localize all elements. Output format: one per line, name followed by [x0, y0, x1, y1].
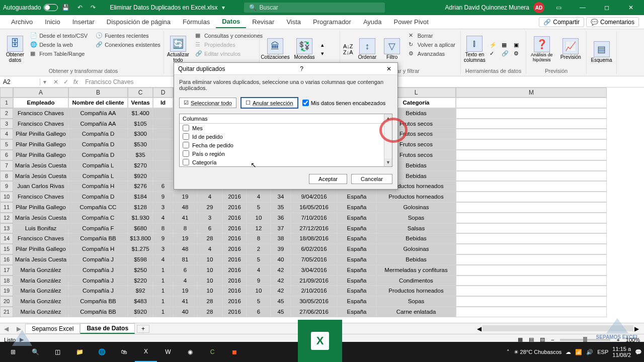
- app-icon[interactable]: ◉: [179, 342, 201, 362]
- column-item[interactable]: País o región: [180, 149, 392, 158]
- whatif-button[interactable]: ❓Análisis de hipótesis: [529, 31, 554, 67]
- show-hidden-icon[interactable]: ˄: [507, 349, 510, 355]
- sheet-nav-prev-icon[interactable]: ◀: [0, 325, 13, 332]
- select-all-corner[interactable]: [0, 87, 13, 98]
- col-header[interactable]: C: [128, 87, 153, 98]
- from-web-button[interactable]: 🌐Desde la web: [28, 40, 90, 49]
- notifications-icon[interactable]: 💬: [635, 349, 642, 355]
- clock-time[interactable]: 11:15 a: [612, 346, 631, 352]
- hscroll-left-icon[interactable]: ◀: [477, 325, 481, 332]
- accept-formula-icon[interactable]: ✓: [63, 78, 68, 85]
- volume-icon[interactable]: 🔊: [586, 349, 593, 355]
- tab-insertar[interactable]: Insertar: [66, 16, 101, 28]
- search-box[interactable]: 🔍 Buscar: [244, 3, 385, 13]
- minimize-icon[interactable]: —: [573, 2, 593, 13]
- column-item[interactable]: Id de pedido: [180, 132, 392, 141]
- col-header[interactable]: B: [68, 87, 128, 98]
- undo-icon[interactable]: ↶: [77, 4, 83, 11]
- weather-widget[interactable]: ☀ 28°C Chubascos: [514, 349, 562, 355]
- fx-icon[interactable]: fx: [73, 78, 78, 85]
- col-header[interactable]: M: [456, 87, 607, 98]
- help-icon[interactable]: ?: [300, 65, 303, 72]
- app2-icon[interactable]: ◼: [223, 342, 246, 362]
- sort-az-icon[interactable]: A↓Z: [343, 43, 353, 49]
- advanced-button[interactable]: ⚙Avanzadas: [407, 49, 457, 58]
- comments-button[interactable]: 💬 Comentarios: [586, 17, 639, 27]
- cancel-formula-icon[interactable]: ✕: [53, 78, 58, 85]
- tab-powerpivot[interactable]: Power Pivot: [388, 16, 435, 28]
- relations-icon[interactable]: 🔗: [502, 50, 512, 57]
- accept-button[interactable]: Aceptar: [309, 174, 347, 184]
- filter-button[interactable]: ▽Filtro: [382, 31, 403, 67]
- refresh-all-button[interactable]: 🔄 Actualizar todo: [167, 31, 189, 67]
- wifi-icon[interactable]: 📶: [575, 349, 582, 355]
- queries-button[interactable]: ▦Consultas y conexiones: [193, 31, 265, 40]
- toggle-switch[interactable]: [44, 4, 58, 11]
- column-item[interactable]: Categoría: [180, 158, 392, 166]
- camtasia-icon[interactable]: C: [201, 342, 223, 362]
- scroll-down-icon[interactable]: ▼: [384, 158, 392, 166]
- col-header[interactable]: D: [153, 87, 173, 98]
- lang-indicator[interactable]: ESP: [597, 349, 608, 355]
- onedrive-icon[interactable]: ☁: [566, 349, 571, 355]
- validation-icon[interactable]: ✓: [490, 50, 500, 57]
- avatar[interactable]: AD: [533, 2, 544, 13]
- dropdown-icon[interactable]: ▾: [222, 4, 225, 11]
- remove-dup-icon[interactable]: ▦: [502, 42, 512, 48]
- clear-button[interactable]: ✕Borrar: [407, 31, 457, 40]
- explorer-icon[interactable]: 📁: [68, 342, 91, 362]
- text-to-columns-button[interactable]: ⫿Texto en columnas: [464, 31, 486, 67]
- maximize-icon[interactable]: ◻: [597, 2, 617, 13]
- excel-taskbar-icon[interactable]: X: [135, 342, 157, 362]
- properties-button[interactable]: ☰Propiedades: [193, 40, 265, 49]
- sort-button[interactable]: ↕Ordenar: [357, 31, 378, 67]
- tab-revisar[interactable]: Revisar: [246, 16, 280, 28]
- name-box[interactable]: A2: [0, 78, 40, 85]
- down-icon[interactable]: ▾: [321, 50, 324, 57]
- forecast-button[interactable]: 📈Previsión: [558, 31, 584, 67]
- autosave-toggle[interactable]: Autoguardado: [3, 4, 58, 11]
- save-icon[interactable]: 💾: [62, 4, 69, 11]
- currency-button[interactable]: 💱Monedas: [292, 31, 317, 67]
- tab-ayuda[interactable]: Ayuda: [357, 16, 388, 28]
- ribbon-mode-icon[interactable]: ▭: [548, 2, 569, 13]
- sort-za-icon[interactable]: Z↓A: [343, 49, 353, 55]
- unselect-all-button[interactable]: ☐Anular selección: [240, 97, 298, 109]
- from-csv-button[interactable]: 📄Desde el texto/CSV: [28, 31, 90, 40]
- consolidate-icon[interactable]: ▣: [514, 42, 524, 48]
- dialog-close-icon[interactable]: ✕: [384, 65, 393, 72]
- from-table-button[interactable]: ▦From Table/Range: [28, 49, 90, 58]
- sheet-tab-active[interactable]: Base de Datos: [80, 323, 135, 334]
- tab-archivo[interactable]: Archivo: [5, 16, 39, 28]
- tab-disposicion[interactable]: Disposición de página: [101, 16, 177, 28]
- has-headers-checkbox[interactable]: Mis datos tienen encabezados: [302, 100, 386, 106]
- existing-connections-button[interactable]: 🔗Conexiones existentes: [94, 40, 163, 49]
- clock-date[interactable]: 11/08/2: [612, 352, 631, 358]
- sheet-tab[interactable]: Sepamos Excel: [25, 324, 80, 334]
- tab-datos[interactable]: Datos: [216, 16, 246, 28]
- manage-icon[interactable]: ⚙: [514, 50, 524, 57]
- recent-sources-button[interactable]: 🕓Fuentes recientes: [94, 31, 163, 40]
- dialog-scrollbar[interactable]: ▲ ▼: [384, 114, 392, 166]
- username[interactable]: Adrian David Quinonez Munera: [445, 4, 529, 11]
- tab-vista[interactable]: Vista: [280, 16, 307, 28]
- col-header[interactable]: A: [13, 87, 68, 98]
- share-button[interactable]: 🔗 Compartir: [539, 17, 584, 27]
- reapply-button[interactable]: ↻Volver a aplicar: [407, 40, 457, 49]
- cancel-button[interactable]: Cancelar: [351, 174, 392, 184]
- stocks-button[interactable]: 🏛Cotizaciones: [263, 31, 288, 67]
- add-sheet-button[interactable]: +: [137, 325, 149, 333]
- edge-icon[interactable]: 🌐: [91, 342, 113, 362]
- store-icon[interactable]: 🛍: [113, 342, 135, 362]
- close-icon[interactable]: ✕: [621, 2, 641, 13]
- tab-formulas[interactable]: Fórmulas: [177, 16, 216, 28]
- column-item[interactable]: Mes: [180, 124, 392, 132]
- edit-links-button[interactable]: 🔗Editar vínculos: [193, 49, 265, 58]
- get-data-button[interactable]: 🗄 Obtener datos: [6, 31, 24, 67]
- scroll-up-icon[interactable]: ▲: [384, 114, 392, 122]
- tab-inicio[interactable]: Inicio: [39, 16, 66, 28]
- tab-programador[interactable]: Programador: [307, 16, 357, 28]
- word-taskbar-icon[interactable]: W: [157, 342, 179, 362]
- taskview-icon[interactable]: ◫: [46, 342, 68, 362]
- outline-button[interactable]: ▤Esquema: [590, 31, 613, 73]
